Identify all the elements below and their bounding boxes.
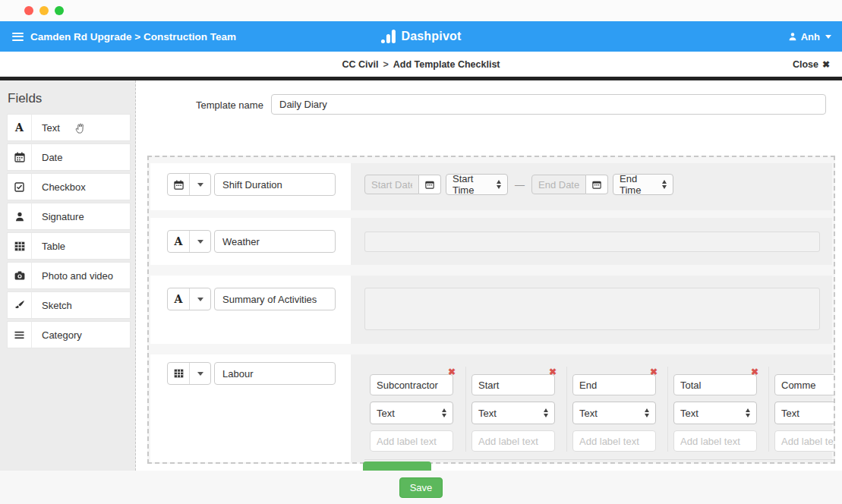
chevron-down-icon xyxy=(197,183,203,187)
sidebar-item-photo-and-video[interactable]: Photo and video xyxy=(7,262,131,289)
column-header-input[interactable] xyxy=(673,374,757,395)
close-label: Close xyxy=(793,59,818,70)
hamburger-menu-icon[interactable] xyxy=(12,33,24,41)
save-button[interactable]: Save xyxy=(399,477,443,498)
text-icon: A xyxy=(8,115,32,140)
field-editor: A xyxy=(150,218,351,265)
column-type-select[interactable]: Text xyxy=(774,402,835,424)
table-column-subcontractor: ✖ Text xyxy=(364,367,465,452)
field-type-dropdown-button[interactable] xyxy=(189,231,210,252)
column-header-input[interactable] xyxy=(572,374,656,395)
textarea-preview[interactable] xyxy=(364,288,820,330)
user-menu[interactable]: Anh xyxy=(788,31,831,43)
field-row-weather: A xyxy=(150,218,832,265)
text-field-preview-input[interactable] xyxy=(364,232,820,252)
field-type-group xyxy=(167,173,211,196)
field-name-input[interactable] xyxy=(214,362,336,385)
stepper-icon xyxy=(645,408,649,417)
field-type-dropdown-button[interactable] xyxy=(189,288,210,310)
close-button[interactable]: Close ✖ xyxy=(793,59,830,70)
close-icon: ✖ xyxy=(822,59,830,70)
stepper-icon xyxy=(497,180,501,189)
field-editor xyxy=(150,354,351,464)
project-breadcrumb-label: Camden Rd Upgrade > Construction Team xyxy=(30,31,236,43)
field-row-labour: ✖ Text ✖ Text xyxy=(150,354,832,464)
delete-column-button[interactable]: ✖ xyxy=(650,367,658,377)
column-type-select[interactable]: Text xyxy=(471,402,555,424)
camera-icon xyxy=(8,263,32,288)
stepper-icon xyxy=(662,180,667,189)
project-breadcrumb[interactable]: Camden Rd Upgrade > Construction Team xyxy=(0,31,236,43)
start-time-select[interactable]: Start Time xyxy=(446,174,508,195)
field-type-button[interactable] xyxy=(168,174,189,195)
chevron-down-icon xyxy=(825,35,831,39)
start-date-input[interactable] xyxy=(364,175,419,194)
add-row-button[interactable] xyxy=(363,461,431,471)
table-column-comments: ✖ Text xyxy=(768,367,835,452)
column-label-input[interactable] xyxy=(471,430,555,452)
sidebar-item-sketch[interactable]: Sketch xyxy=(7,291,131,319)
field-type-button[interactable] xyxy=(168,363,189,384)
column-label-input[interactable] xyxy=(370,430,453,452)
text-icon: A xyxy=(175,235,183,247)
builder-content: Fields A Text Date Checkbox xyxy=(0,80,842,471)
column-label-input[interactable] xyxy=(774,430,835,452)
sidebar-item-signature[interactable]: Signature xyxy=(7,203,131,230)
calendar-icon xyxy=(592,180,601,189)
brand-name: Dashpivot xyxy=(401,30,461,43)
column-label-input[interactable] xyxy=(572,430,656,452)
field-type-button[interactable]: A xyxy=(168,288,189,310)
column-type-select[interactable]: Text xyxy=(370,402,453,424)
stepper-icon xyxy=(442,408,446,417)
column-header-input[interactable] xyxy=(774,374,835,395)
template-canvas: Start Time — End Time xyxy=(147,156,835,464)
field-row-summary-of-activities: A xyxy=(150,276,832,344)
user-icon xyxy=(788,32,797,41)
sidebar-item-table[interactable]: Table xyxy=(7,232,131,260)
stepper-icon xyxy=(544,408,548,417)
chevron-down-icon xyxy=(197,372,203,376)
fields-sidebar: Fields A Text Date Checkbox xyxy=(0,80,136,471)
column-label-input[interactable] xyxy=(673,430,757,452)
field-list: A Text Date Checkbox xyxy=(0,114,135,348)
traffic-light-close-button[interactable] xyxy=(24,6,33,15)
column-header-input[interactable] xyxy=(370,374,453,395)
field-preview: Start Time — End Time xyxy=(364,163,832,210)
column-type-select[interactable]: Text xyxy=(673,402,757,424)
field-editor xyxy=(150,163,351,210)
column-header-input[interactable] xyxy=(471,374,555,395)
sidebar-item-text[interactable]: A Text xyxy=(7,114,131,141)
sidebar-item-category[interactable]: Category xyxy=(7,321,131,348)
field-name-input[interactable] xyxy=(214,288,336,310)
delete-column-button[interactable]: ✖ xyxy=(448,367,456,377)
field-name-input[interactable] xyxy=(214,173,336,196)
text-icon: A xyxy=(175,293,183,305)
delete-column-button[interactable]: ✖ xyxy=(549,367,557,377)
field-editor: A xyxy=(150,276,351,344)
field-type-dropdown-button[interactable] xyxy=(189,363,210,384)
start-date-calendar-button[interactable] xyxy=(419,175,441,194)
field-type-button[interactable]: A xyxy=(168,231,189,252)
field-preview xyxy=(364,218,832,265)
field-type-group xyxy=(167,362,211,385)
sidebar-item-date[interactable]: Date xyxy=(7,143,131,171)
sidebar-item-checkbox[interactable]: Checkbox xyxy=(7,173,131,200)
user-name: Anh xyxy=(801,31,820,43)
field-name-input[interactable] xyxy=(214,230,336,253)
traffic-light-minimize-button[interactable] xyxy=(39,6,49,15)
chevron-down-icon xyxy=(197,298,203,301)
template-name-label: Template name xyxy=(196,99,263,111)
column-type-select[interactable]: Text xyxy=(572,402,656,424)
template-name-input[interactable] xyxy=(271,94,826,115)
brush-icon xyxy=(8,292,32,318)
end-time-select[interactable]: End Time xyxy=(613,174,673,195)
breadcrumb-separator: > xyxy=(383,59,388,70)
end-date-calendar-button[interactable] xyxy=(586,175,608,194)
drag-hand-cursor-icon xyxy=(74,121,87,134)
field-type-dropdown-button[interactable] xyxy=(189,174,210,195)
end-date-input[interactable] xyxy=(531,175,586,194)
delete-column-button[interactable]: ✖ xyxy=(751,367,758,377)
time-range-separator: — xyxy=(515,179,525,191)
traffic-light-zoom-button[interactable] xyxy=(55,6,64,15)
chevron-down-icon xyxy=(197,240,203,244)
